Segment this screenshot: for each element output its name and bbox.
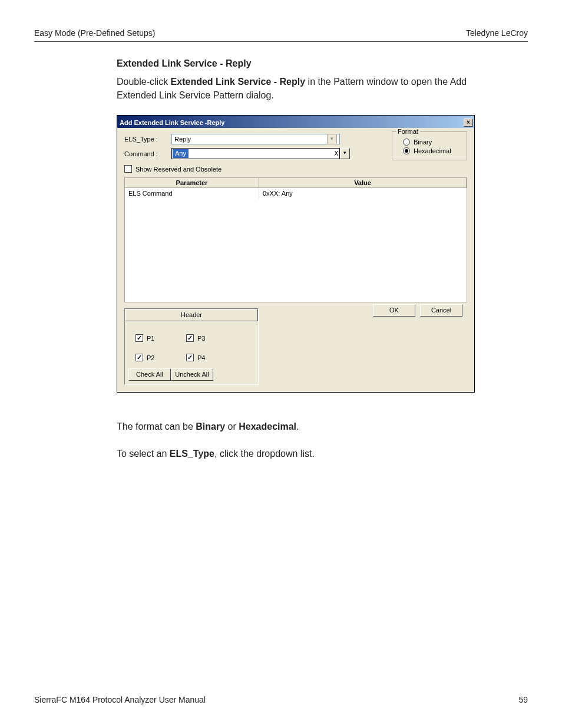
col-header-parameter[interactable]: Parameter	[125, 178, 259, 188]
cancel-button[interactable]: Cancel	[420, 304, 462, 317]
port-p2-label: P2	[147, 354, 154, 361]
checkbox-checked-icon	[186, 354, 194, 361]
ok-button[interactable]: OK	[373, 304, 415, 317]
dialog-titlebar: Add Extended Link Service -Reply ×	[117, 116, 474, 128]
checkbox-checked-icon	[135, 334, 143, 342]
add-els-reply-dialog: Add Extended Link Service -Reply × Forma…	[117, 115, 475, 393]
format-binary-label: Binary	[414, 139, 432, 146]
command-select[interactable]: Any X	[171, 148, 340, 159]
port-p1-label: P1	[147, 335, 154, 342]
format-hex-radio[interactable]: Hexadecimal	[403, 147, 462, 154]
check-all-button[interactable]: Check All	[128, 368, 171, 381]
checkbox-checked-icon	[186, 334, 194, 342]
radio-unchecked-icon	[403, 139, 410, 146]
intro-paragraph: Double-click Extended Link Service - Rep…	[117, 75, 475, 102]
chevron-down-icon[interactable]: ▾	[340, 148, 350, 159]
checkbox-unchecked-icon	[124, 165, 132, 173]
cell-parameter: ELS Command	[125, 188, 259, 199]
els-type-value: Reply	[174, 136, 191, 143]
text: .	[296, 421, 299, 431]
text-bold: Hexadecimal	[239, 421, 296, 431]
intro-pre: Double-click	[117, 77, 171, 87]
text: , click the dropdown list.	[214, 449, 315, 459]
text: The format can be	[117, 421, 196, 431]
format-binary-radio[interactable]: Binary	[403, 139, 462, 146]
col-header-value[interactable]: Value	[259, 178, 467, 188]
ports-panel: Header P1 P3 P2 P4 Check All Uncheck All	[124, 308, 259, 385]
port-p3-label: P3	[197, 335, 205, 342]
command-suffix: X	[334, 150, 339, 157]
show-reserved-checkbox[interactable]: Show Reserved and Obsolete	[124, 165, 467, 173]
cell-value: 0xXX: Any	[259, 188, 467, 199]
close-icon[interactable]: ×	[464, 118, 473, 127]
text-bold: Binary	[196, 421, 225, 431]
intro-bold: Extended Link Service - Reply	[171, 77, 306, 87]
els-type-select[interactable]: Reply ▾	[171, 134, 340, 144]
parameter-table: Parameter Value ELS Command 0xXX: Any	[124, 177, 467, 302]
chevron-down-icon: ▾	[327, 134, 337, 144]
format-note: The format can be Binary or Hexadecimal.	[117, 420, 475, 433]
checkbox-checked-icon	[135, 354, 143, 361]
format-groupbox: Format Binary Hexadecimal	[392, 131, 467, 160]
show-reserved-label: Show Reserved and Obsolete	[135, 166, 222, 173]
footer-left: SierraFC M164 Protocol Analyzer User Man…	[34, 695, 206, 704]
header-right: Teledyne LeCroy	[466, 28, 528, 38]
els-type-label: ELS_Type :	[124, 136, 171, 143]
section-title: Extended Link Service - Reply	[117, 58, 475, 69]
header-button[interactable]: Header	[125, 309, 258, 321]
els-type-note: To select an ELS_Type, click the dropdow…	[117, 447, 475, 460]
header-left: Easy Mode (Pre-Defined Setups)	[34, 28, 155, 38]
text-bold: ELS_Type	[170, 449, 214, 459]
uncheck-all-button[interactable]: Uncheck All	[171, 368, 213, 381]
command-label: Command :	[124, 150, 171, 157]
port-p4-label: P4	[197, 354, 205, 361]
dialog-title: Add Extended Link Service -Reply	[120, 119, 225, 126]
format-legend: Format	[396, 128, 420, 135]
radio-checked-icon	[403, 147, 410, 154]
running-header: Easy Mode (Pre-Defined Setups) Teledyne …	[34, 28, 528, 42]
format-hex-label: Hexadecimal	[414, 147, 451, 154]
page-footer: SierraFC M164 Protocol Analyzer User Man…	[34, 695, 528, 704]
port-p4-checkbox[interactable]: P4	[186, 354, 237, 361]
text: or	[225, 421, 239, 431]
footer-page-number: 59	[518, 695, 528, 704]
port-p3-checkbox[interactable]: P3	[186, 334, 237, 342]
text: To select an	[117, 449, 170, 459]
port-p2-checkbox[interactable]: P2	[135, 354, 186, 361]
port-p1-checkbox[interactable]: P1	[135, 334, 186, 342]
table-row[interactable]: ELS Command 0xXX: Any	[125, 188, 467, 199]
command-selected-value: Any	[173, 149, 189, 158]
